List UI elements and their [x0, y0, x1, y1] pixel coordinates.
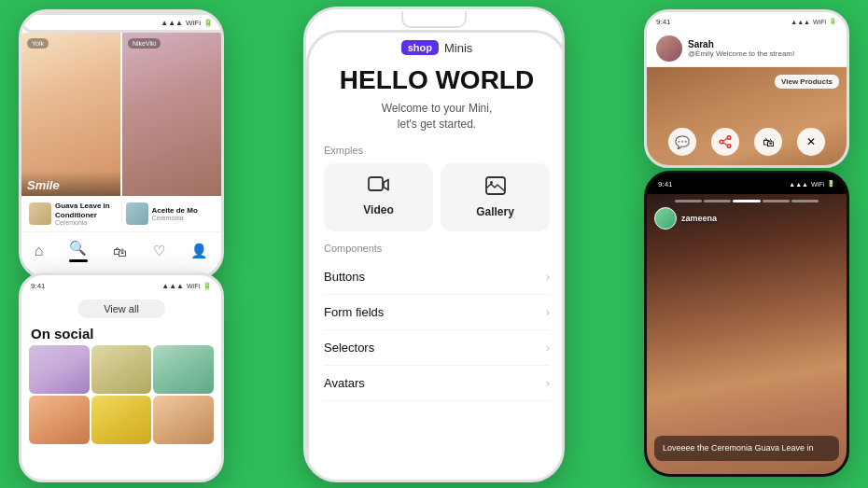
buttons-chevron: ›	[546, 270, 550, 284]
social-grid-item-6[interactable]	[153, 396, 214, 444]
form-fields-row[interactable]: Form fields ›	[324, 295, 550, 330]
video-user-info: zameena	[654, 207, 717, 230]
view-products-btn[interactable]: View Products	[775, 75, 839, 89]
chat-message: @Emily Welcome to the stream!	[688, 49, 794, 58]
selectors-label: Selectors	[324, 341, 374, 355]
left-phone: ▲▲▲ WiFi 🔋 Yolk Smile NikeViki Guava Lea…	[19, 9, 224, 280]
gallery-label: Gallery	[476, 205, 514, 218]
social-grid-item-5[interactable]	[91, 396, 152, 444]
bottom-right-phone: 9:41 ▲▲▲WiFi🔋 zameena Loveeee the Ceremo…	[644, 171, 849, 477]
on-social-title: On social	[21, 322, 221, 345]
svg-point-4	[727, 145, 731, 148]
social-grid-item-3[interactable]	[153, 345, 214, 394]
chat-icon[interactable]: 💬	[668, 128, 696, 156]
product-item-2: Aceite de Mo Ceremonia	[126, 202, 215, 226]
bottom-left-time: 9:41	[31, 282, 46, 290]
svg-point-3	[727, 136, 731, 140]
nav-bag-icon[interactable]: 🛍	[113, 244, 127, 259]
view-all-pill[interactable]: View all	[77, 300, 165, 318]
main-subtitle: Welcome to your Mini, let's get started.	[324, 101, 550, 132]
product-item-1: Guava Leave in Conditioner Ceremonia	[29, 202, 118, 226]
product1-name: Guava Leave in Conditioner	[55, 202, 118, 219]
video-username: zameena	[681, 214, 717, 223]
main-title: HELLO WORLD	[324, 66, 550, 95]
product1-brand: Ceremonia	[55, 219, 118, 226]
user2-tag: NikeViki	[128, 38, 161, 49]
svg-line-7	[723, 143, 728, 146]
nav-heart-icon[interactable]: ♡	[153, 243, 165, 259]
nav-search-icon[interactable]: 🔍	[69, 240, 88, 262]
svg-rect-0	[369, 177, 383, 190]
top-right-phone: 9:41 ▲▲▲WiFi🔋 Sarah @Emily Welcome to th…	[644, 9, 849, 168]
chat-avatar	[656, 35, 682, 62]
gallery-icon	[485, 176, 506, 200]
svg-point-2	[490, 181, 493, 184]
video-label: Video	[363, 203, 393, 216]
video-caption-box: Loveeee the Ceremonia Guava Leave in	[654, 436, 839, 462]
video-caption: Loveeee the Ceremonia Guava Leave in	[663, 442, 831, 455]
bottom-left-phone: 9:41 ▲▲▲WiFi🔋 View all On social	[19, 272, 224, 482]
video-progress-dots	[647, 200, 847, 202]
svg-point-5	[720, 140, 723, 144]
product2-brand: Ceremonia	[152, 215, 215, 221]
social-grid-item-1[interactable]	[29, 345, 90, 394]
gallery-example[interactable]: Gallery	[441, 163, 550, 231]
view-all-bar: View all	[21, 296, 221, 322]
center-phone: shop Minis HELLO WORLD Welcome to your M…	[303, 7, 565, 482]
avatars-row[interactable]: Avatars ›	[324, 366, 550, 401]
top-right-status: ▲▲▲WiFi🔋	[791, 18, 837, 25]
buttons-row[interactable]: Buttons ›	[324, 259, 550, 295]
buttons-label: Buttons	[324, 270, 365, 284]
stream-action-icons: 💬 🛍 ✕	[647, 128, 847, 156]
social-grid	[21, 345, 221, 444]
avatars-chevron: ›	[546, 376, 550, 390]
social-grid-item-4[interactable]	[29, 396, 90, 444]
selectors-row[interactable]: Selectors ›	[324, 330, 550, 366]
components-section: Components Buttons › Form fields › Selec…	[324, 243, 550, 401]
chat-header: Sarah @Emily Welcome to the stream!	[647, 31, 847, 67]
product2-name: Aceite de Mo	[152, 206, 215, 216]
minis-label: Minis	[444, 41, 472, 55]
shop-header: shop Minis	[324, 40, 550, 55]
bottom-right-status-bar: 9:41 ▲▲▲WiFi🔋	[647, 174, 847, 194]
components-label: Components	[324, 243, 550, 254]
svg-line-6	[723, 138, 728, 141]
share-icon[interactable]	[711, 128, 739, 156]
stream-preview: View Products 💬 🛍 ✕	[647, 67, 847, 165]
examples-label: Exmples	[324, 145, 550, 156]
bottom-right-icons: ▲▲▲WiFi🔋	[789, 180, 835, 188]
video-background	[647, 194, 847, 474]
nav-home-icon[interactable]: ⌂	[35, 243, 44, 259]
shop-badge: shop	[401, 40, 439, 55]
close-icon[interactable]: ✕	[797, 128, 825, 156]
video-area: zameena Loveeee the Ceremonia Guava Leav…	[647, 194, 847, 474]
video-example[interactable]: Video	[324, 163, 433, 231]
left-status-icons: ▲▲▲ WiFi 🔋	[161, 19, 213, 27]
bag-icon[interactable]: 🛍	[754, 128, 782, 156]
avatars-label: Avatars	[324, 376, 365, 390]
examples-grid: Video Gallery	[324, 163, 550, 231]
bottom-right-time: 9:41	[658, 180, 673, 188]
video-icon	[368, 176, 390, 198]
form-fields-label: Form fields	[324, 305, 384, 319]
examples-section: Exmples Video	[324, 145, 550, 231]
selectors-chevron: ›	[546, 341, 550, 355]
form-fields-chevron: ›	[546, 305, 550, 319]
video-user-avatar	[654, 207, 677, 230]
bottom-left-status: ▲▲▲WiFi🔋	[161, 282, 212, 290]
top-right-time: 9:41	[656, 18, 671, 26]
brand-text-left: Smile	[27, 178, 115, 192]
chat-username: Sarah	[688, 39, 794, 49]
social-grid-item-2[interactable]	[91, 345, 152, 394]
nav-profile-icon[interactable]: 👤	[190, 243, 208, 259]
user1-tag: Yolk	[27, 38, 49, 49]
